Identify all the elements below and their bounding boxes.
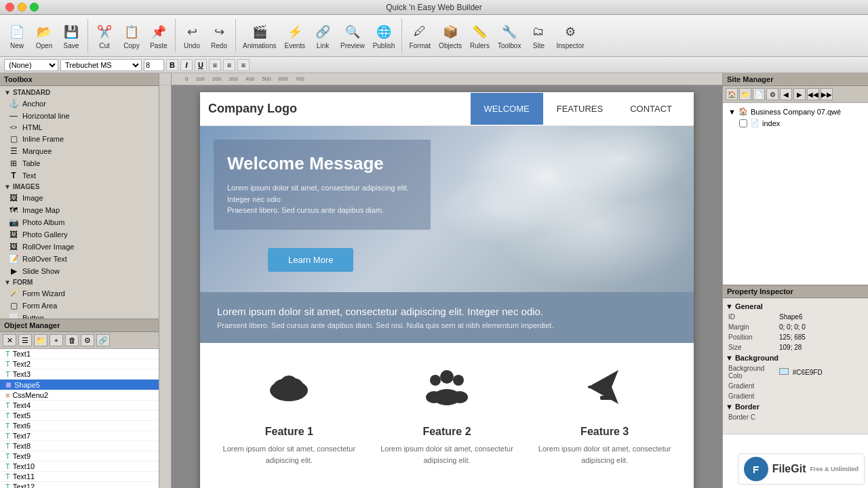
om-item-text9[interactable]: T Text9 bbox=[0, 451, 159, 462]
om-item-text1[interactable]: T Text1 bbox=[0, 349, 159, 359]
copy-button[interactable]: 📋 Copy bbox=[119, 21, 144, 51]
nav-welcome[interactable]: WELCOME bbox=[471, 93, 543, 125]
formatbar: (None) Trebuchet MS B I U ≡ ≡ ≡ bbox=[0, 57, 868, 73]
sm-tree: ▼ 🏠 Business Company 07.qwé 📄 index bbox=[723, 103, 868, 285]
toolbox-table[interactable]: ⊞ Table bbox=[0, 157, 159, 169]
sm-arrow1[interactable]: ◀ bbox=[780, 88, 792, 100]
preview-button[interactable]: 🔍 Preview bbox=[337, 21, 368, 51]
om-toolbar: ✕ ☰ 📁 + 🗑 ⚙ 🔗 bbox=[0, 332, 159, 349]
sm-folder-button[interactable]: 📁 bbox=[739, 88, 751, 100]
maximize-button[interactable] bbox=[30, 3, 39, 12]
new-button[interactable]: 📄 New bbox=[4, 21, 30, 51]
sm-settings-button[interactable]: ⚙ bbox=[766, 88, 778, 100]
toolbox-button[interactable]: 🔧 Toolbox bbox=[494, 21, 524, 51]
align-center-button[interactable]: ≡ bbox=[223, 59, 235, 71]
toolbox-html[interactable]: <> HTML bbox=[0, 122, 159, 133]
align-left-button[interactable]: ≡ bbox=[209, 59, 221, 71]
bg-color-swatch[interactable] bbox=[779, 368, 789, 375]
format-button[interactable]: 🖊 Format bbox=[406, 21, 434, 51]
underline-button[interactable]: U bbox=[195, 59, 207, 71]
toolbox-imagemap[interactable]: 🗺 Image Map bbox=[0, 204, 159, 216]
site-button[interactable]: 🗂 Site bbox=[526, 21, 551, 51]
toolbox-photoalbum[interactable]: 📷 Photo Album bbox=[0, 216, 159, 228]
pi-bg-section[interactable]: ▼ Background bbox=[726, 352, 865, 363]
sm-arrow4[interactable]: ▶▶ bbox=[821, 88, 833, 100]
inspector-button[interactable]: ⚙ Inspector bbox=[553, 21, 587, 51]
events-button[interactable]: ⚡ Events bbox=[281, 21, 309, 51]
cut-button[interactable]: ✂️ Cut bbox=[92, 21, 117, 51]
toolbox-anchor[interactable]: ⚓ Anchor bbox=[0, 98, 159, 110]
om-item-text7[interactable]: T Text7 bbox=[0, 431, 159, 441]
sm-arrow2[interactable]: ▶ bbox=[793, 88, 806, 100]
om-settings-button[interactable]: ⚙ bbox=[81, 334, 94, 346]
om-item-cssmenu2[interactable]: ≡ CssMenu2 bbox=[0, 390, 159, 401]
om-item-text11[interactable]: T Text11 bbox=[0, 472, 159, 482]
redo-button[interactable]: ↪ Redo bbox=[206, 21, 232, 51]
learn-more-button[interactable]: Learn More bbox=[268, 248, 353, 272]
window-controls[interactable] bbox=[5, 3, 39, 12]
toolbox-photogallery[interactable]: 🖼 Photo Gallery bbox=[0, 228, 159, 241]
font-size-input[interactable] bbox=[144, 59, 164, 71]
undo-button[interactable]: ↩ Undo bbox=[179, 21, 205, 51]
toolbox-image[interactable]: 🖼 Image bbox=[0, 192, 159, 204]
om-folder-button[interactable]: 📁 bbox=[34, 334, 47, 346]
html-icon: <> bbox=[8, 124, 19, 131]
sm-index-item[interactable]: 📄 index bbox=[726, 117, 865, 129]
objects-button[interactable]: 📦 Objects bbox=[435, 21, 465, 51]
sm-root-item[interactable]: ▼ 🏠 Business Company 07.qwé bbox=[726, 106, 865, 117]
toolbox-formwizard[interactable]: 🪄 Form Wizard bbox=[0, 287, 159, 300]
open-button[interactable]: 📂 Open bbox=[31, 21, 57, 51]
form-section-header: ▼ FORM bbox=[0, 277, 159, 287]
sm-arrow3[interactable]: ◀◀ bbox=[807, 88, 819, 100]
toolbox-inlineframe[interactable]: ▢ Inline Frame bbox=[0, 133, 159, 145]
om-close-button[interactable]: ✕ bbox=[3, 334, 16, 346]
font-select[interactable]: Trebuchet MS bbox=[60, 59, 142, 71]
cut-icon: ✂️ bbox=[95, 22, 114, 41]
paste-button[interactable]: 📌 Paste bbox=[146, 21, 172, 51]
om-item-text4[interactable]: T Text4 bbox=[0, 401, 159, 411]
close-button[interactable] bbox=[5, 3, 14, 12]
sm-home-button[interactable]: 🏠 bbox=[726, 88, 738, 100]
save-button[interactable]: 💾 Save bbox=[58, 21, 84, 51]
om-item-text3[interactable]: T Text3 bbox=[0, 369, 159, 380]
feature-1-title: Feature 1 bbox=[265, 426, 313, 438]
hline-icon: ― bbox=[8, 111, 19, 121]
om-item-text2[interactable]: T Text2 bbox=[0, 359, 159, 369]
toolbox-text[interactable]: T Text bbox=[0, 169, 159, 182]
pi-border-section[interactable]: ▼ Border bbox=[726, 401, 865, 412]
om-item-text10[interactable]: T Text10 bbox=[0, 462, 159, 472]
nav-contact[interactable]: CONTACT bbox=[616, 93, 686, 125]
minimize-button[interactable] bbox=[18, 3, 26, 12]
bold-button[interactable]: B bbox=[166, 59, 178, 71]
nav-features[interactable]: FEATURES bbox=[543, 93, 616, 125]
style-select[interactable]: (None) bbox=[4, 59, 58, 71]
om-item-text12[interactable]: T Text12 bbox=[0, 482, 159, 488]
toolbox-button[interactable]: ⬜ Button bbox=[0, 312, 159, 319]
svg-point-9 bbox=[452, 391, 468, 403]
om-layer-button[interactable]: ☰ bbox=[18, 334, 32, 346]
om-delete-button[interactable]: 🗑 bbox=[65, 334, 79, 346]
toolbox-rolloverimage[interactable]: 🖼 RollOver Image bbox=[0, 241, 159, 253]
om-link-button[interactable]: 🔗 bbox=[96, 334, 110, 346]
publish-button[interactable]: 🌐 Publish bbox=[370, 21, 399, 51]
om-item-text6[interactable]: T Text6 bbox=[0, 421, 159, 431]
pi-general-section[interactable]: ▼ General bbox=[726, 301, 865, 312]
link-button[interactable]: 🔗 Link bbox=[310, 21, 336, 51]
om-add-button[interactable]: + bbox=[50, 334, 63, 346]
align-right-button[interactable]: ≡ bbox=[237, 59, 250, 71]
italic-button[interactable]: I bbox=[180, 59, 193, 71]
toolbox-slideshow[interactable]: ▶ Slide Show bbox=[0, 265, 159, 277]
toolbox-hline[interactable]: ― Horizontal line bbox=[0, 110, 159, 122]
sm-index-checkbox[interactable] bbox=[739, 119, 747, 127]
toolbox-formarea[interactable]: ▢ Form Area bbox=[0, 300, 159, 312]
om-item-text8[interactable]: T Text8 bbox=[0, 441, 159, 451]
om-item-shape5[interactable]: ◼ Shape5 bbox=[0, 380, 159, 390]
rulers-button[interactable]: 📏 Rulers bbox=[467, 21, 493, 51]
sm-new-button[interactable]: 📄 bbox=[753, 88, 765, 100]
toolbox-rollovertext[interactable]: 📝 RollOver Text bbox=[0, 253, 159, 265]
om-item-text5[interactable]: T Text5 bbox=[0, 411, 159, 421]
anchor-icon: ⚓ bbox=[8, 99, 19, 108]
toolbox-marquee[interactable]: ☰ Marquee bbox=[0, 145, 159, 157]
animations-button[interactable]: 🎬 Animations bbox=[239, 21, 279, 51]
canvas-scroll[interactable]: Company Logo WELCOME FEATURES CONTACT bbox=[172, 85, 722, 488]
